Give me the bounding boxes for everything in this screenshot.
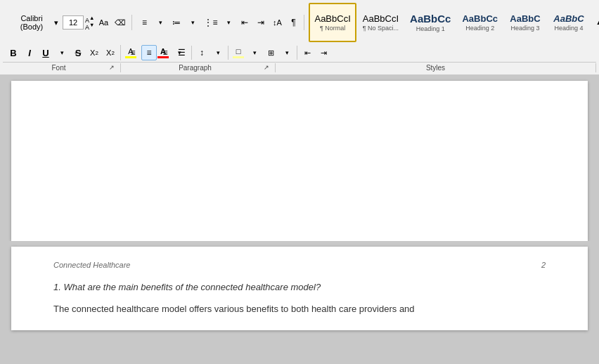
bold-btn[interactable]: B <box>6 45 21 60</box>
borders-btn[interactable]: ⊞ <box>263 45 278 60</box>
style-heading2-label: Heading 2 <box>465 25 494 32</box>
page-2[interactable]: Connected Healthcare 2 1. What are the m… <box>11 247 588 330</box>
body-text: The connected healthcare model offers va… <box>53 302 546 316</box>
style-heading2[interactable]: AaBbCc Heading 2 <box>457 3 503 42</box>
italic-btn[interactable]: I <box>22 45 37 60</box>
style-no-spacing-preview: AaBbCcI <box>363 13 399 25</box>
multilevel-dropdown[interactable]: ▾ <box>221 15 236 30</box>
underline-dropdown[interactable]: ▾ <box>54 45 70 60</box>
header-left: Connected Healthcare <box>53 261 130 269</box>
style-heading2-preview: AaBbCc <box>462 13 498 25</box>
show-para-btn[interactable]: ¶ <box>285 15 301 30</box>
styles-group-row1: AaBbCcI ¶ Normal AaBbCcI ¶ No Spaci... A… <box>306 3 599 42</box>
increase-indent-btn[interactable]: ⇥ <box>253 15 269 30</box>
superscript-btn[interactable]: X2 <box>103 45 118 60</box>
line-spacing-dropdown[interactable]: ▾ <box>210 45 226 60</box>
underline-btn[interactable]: U <box>38 45 53 60</box>
shrink-font-btn[interactable]: A▼ <box>84 22 95 30</box>
style-heading3-label: Heading 3 <box>510 25 539 32</box>
page-divider <box>6 241 593 247</box>
indent-dec2-btn[interactable]: ⇤ <box>300 45 315 60</box>
font-name-dropdown[interactable]: Calibri (Body) ▾ <box>6 15 62 30</box>
bullets-btn[interactable]: ≡ <box>136 15 152 30</box>
page-header: Connected Healthcare 2 <box>53 261 546 269</box>
question-line: 1. What are the main benefits of the con… <box>53 282 546 292</box>
paragraph-group-row2: ≡ ≡ ≡ ☰ ↕ ▾ □ ▾ ⊞ ▾ ⇤ ⇥ <box>122 45 277 60</box>
clear-formatting-btn[interactable]: ⌫ <box>112 15 129 30</box>
font-size-arrows: A▲ A▼ <box>84 15 95 30</box>
page-1 <box>11 81 588 241</box>
shading-dropdown[interactable]: ▾ <box>247 45 262 60</box>
line-spacing-btn[interactable]: ↕ <box>194 45 210 60</box>
align-left-btn[interactable]: ≡ <box>125 45 141 60</box>
indent-inc2-btn[interactable]: ⇥ <box>316 45 331 60</box>
shading-color-bar <box>233 56 244 58</box>
styles-section-label: Styles <box>276 63 596 72</box>
style-no-spacing[interactable]: AaBbCcI ¶ No Spaci... <box>358 3 404 42</box>
style-no-spacing-label: ¶ No Spaci... <box>363 25 399 32</box>
document-area: Connected Healthcare 2 1. What are the m… <box>0 75 599 364</box>
decrease-indent-btn[interactable]: ⇤ <box>237 15 252 30</box>
divider <box>120 46 121 60</box>
style-heading4[interactable]: AaBbC Heading 4 <box>548 3 590 42</box>
paragraph-group-row1: ≡ ▾ ≔ ▾ ⋮≡ ▾ ⇤ ⇥ ↕A ¶ <box>134 15 304 30</box>
font-section-label: Font ↗ <box>3 63 121 72</box>
shading-btn[interactable]: □ <box>231 45 246 60</box>
style-heading1[interactable]: AaBbCc Heading 1 <box>405 3 456 42</box>
style-heading1-preview: AaBbCc <box>410 13 451 25</box>
style-heading3-preview: AaBbC <box>510 13 540 25</box>
divider4 <box>297 46 297 60</box>
style-heading3[interactable]: AaBbC Heading 3 <box>504 3 546 42</box>
paragraph-section-label: Paragraph ↗ <box>121 63 276 72</box>
change-case-btn[interactable]: Aa <box>96 15 111 30</box>
bullets-dropdown[interactable]: ▾ <box>153 15 168 30</box>
borders-dropdown[interactable]: ▾ <box>279 45 295 60</box>
divider3 <box>228 46 228 60</box>
style-heading4-preview: AaBbC <box>553 13 584 25</box>
font-size-input[interactable] <box>63 15 84 30</box>
align-center-btn[interactable]: ≡ <box>141 45 157 60</box>
styles-scroll-up[interactable]: ▲ <box>591 15 599 30</box>
align-right-btn[interactable]: ≡ <box>157 45 173 60</box>
style-normal[interactable]: AaBbCcI ¶ Normal <box>309 3 356 42</box>
multilevel-btn[interactable]: ⋮≡ <box>201 15 220 30</box>
style-heading1-label: Heading 1 <box>416 25 445 32</box>
sort-btn[interactable]: ↕A <box>269 15 285 30</box>
numbering-btn[interactable]: ≔ <box>169 15 184 30</box>
section-labels: Font ↗ Paragraph ↗ Styles <box>3 62 596 73</box>
font-group-row1: Calibri (Body) ▾ A▲ A▼ Aa ⌫ <box>3 15 132 30</box>
justify-btn[interactable]: ☰ <box>174 45 189 60</box>
style-normal-label: ¶ Normal <box>320 25 345 32</box>
numbering-dropdown[interactable]: ▾ <box>185 15 200 30</box>
font-group-row2: B I U ▾ S X2 X2 A ▾ A ▾ <box>3 45 121 60</box>
style-normal-preview: AaBbCcI <box>314 13 350 25</box>
header-right: 2 <box>541 261 546 269</box>
strikethrough-btn[interactable]: S <box>70 45 86 60</box>
toolbar: Calibri (Body) ▾ A▲ A▼ Aa ⌫ ≡ ▾ ≔ ▾ ⋮≡ ▾… <box>0 0 599 75</box>
divider2 <box>191 46 192 60</box>
subscript-btn[interactable]: X2 <box>86 45 102 60</box>
style-heading4-label: Heading 4 <box>554 25 583 32</box>
